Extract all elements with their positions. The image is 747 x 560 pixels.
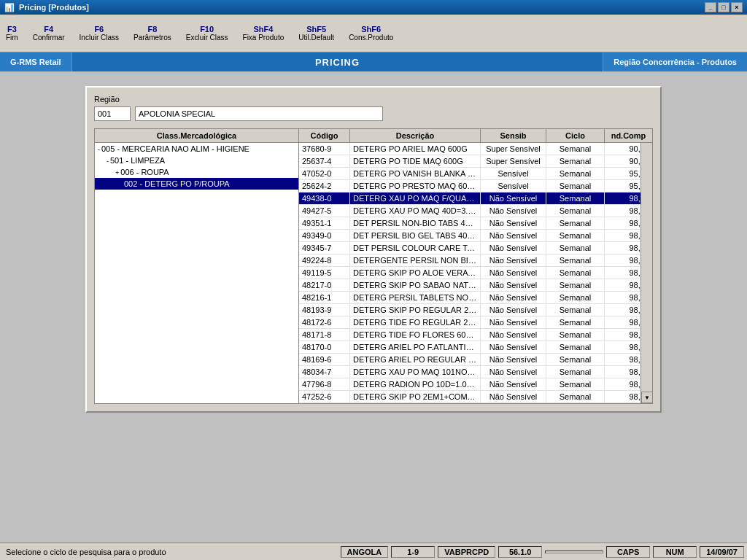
region-label: Região [94, 95, 653, 104]
cell-code: 49345-7 [299, 242, 350, 254]
tree-item-2[interactable]: +006 - ROUPA [95, 166, 298, 178]
cell-sensib: Não Sensível [481, 217, 546, 229]
cell-ciclo: Semanal [546, 354, 605, 365]
cell-code: 48169-6 [299, 354, 350, 365]
table-row[interactable]: 47052-0 DETERG PO VANISH BLANKA WHITE 60… [299, 168, 652, 180]
nav-left[interactable]: G-RMS Retail [0, 52, 72, 71]
table-row[interactable]: 25624-2 DETERG PO PRESTO MAQ 600G Sensív… [299, 180, 652, 192]
toolbar-shf4[interactable]: ShF4 Fixa Produto [243, 25, 285, 42]
toolbar-f4[interactable]: F4 Confirmar [33, 25, 65, 42]
tree-item-1[interactable]: -501 - LIMPEZA [95, 155, 298, 166]
cell-sensib: Não Sensível [481, 279, 546, 291]
nav-bar: G-RMS Retail PRICING Região Concorrência… [0, 52, 747, 71]
cell-desc: DETERG TIDE FO FLORES 60D=4.98KG [350, 329, 481, 341]
col-header-code: Código [299, 129, 350, 142]
tree-item-0[interactable]: -005 - MERCEARIA NAO ALIM - HIGIENE [95, 143, 298, 155]
cell-desc: DETERG TIDE FO REGULAR 20D=1.9KG [350, 316, 481, 328]
cell-desc: DETERG SKIP PO SABAO NAT 50D=5.16KG [350, 279, 481, 291]
tree-item-3[interactable]: 002 - DETERG PO P/ROUPA [95, 178, 298, 190]
table-row[interactable]: 49349-0 DET PERSIL BIO GEL TABS 40UN=1.2… [299, 230, 652, 242]
toolbar-f6[interactable]: F6 Incluir Class [80, 25, 119, 42]
cell-ciclo: Semanal [546, 329, 605, 341]
col-header-sensib: Sensib [481, 129, 546, 142]
cell-sensib: Não Sensível [481, 242, 546, 254]
table-row[interactable]: 47252-6 DETERG SKIP PO 2EM1+COMFORT 35D=… [299, 391, 652, 403]
table-row[interactable]: 49427-5 DETERG XAU PO MAQ 40D=3.736KG+4D… [299, 205, 652, 217]
cell-sensib: Não Sensível [481, 205, 546, 217]
table-row[interactable]: 48216-1 DETERG PERSIL TABLETS NON-BIO 12… [299, 292, 652, 304]
cell-desc: DETERGENTE PERSIL NON BIO PO 1KG [350, 254, 481, 266]
cell-sensib: Não Sensível [481, 341, 546, 353]
title-bar-text: Pricing [Produtos] [19, 3, 89, 12]
cell-ciclo: Semanal [546, 292, 605, 303]
cell-code: 37680-9 [299, 143, 350, 155]
cell-ciclo: Semanal [546, 304, 605, 316]
cell-sensib: Sensível [481, 168, 546, 179]
col-header-desc: Descrição [350, 129, 481, 142]
maximize-button[interactable]: □ [718, 2, 729, 12]
table-row[interactable]: 48170-0 DETERG ARIEL PO F.ATLANTICA 50D=… [299, 341, 652, 354]
table-row[interactable]: 48034-7 DETERG XAU PO MAQ 101NODOASM60D=… [299, 366, 652, 378]
cell-code: 47052-0 [299, 168, 350, 179]
cell-code: 49349-0 [299, 230, 350, 241]
cell-ciclo: Semanal [546, 254, 605, 266]
cell-desc: DETERG PO PRESTO MAQ 600G [350, 180, 481, 192]
table-row[interactable]: 49119-5 DETERG SKIP PO ALOE VERA 40D=4KG… [299, 267, 652, 279]
tree-icon: - [98, 146, 100, 153]
cell-sensib: Não Sensível [481, 192, 546, 204]
table-row[interactable]: 49438-0 DETERG XAU PO MAQ F/QUANTO 60D=5… [299, 192, 652, 205]
scrollbar[interactable]: ▲ ▼ [640, 129, 652, 403]
status-num: NUM [653, 546, 697, 558]
cell-code: 48170-0 [299, 341, 350, 353]
cell-desc: DETERG RADION PO 10D=1.05KG [350, 378, 481, 390]
toolbar-f3[interactable]: F3 Fim [6, 25, 18, 42]
status-empty [545, 551, 603, 553]
cell-code: 48216-1 [299, 292, 350, 303]
split-pane: Class.Mercadológica -005 - MERCEARIA NAO… [94, 128, 653, 404]
table-row[interactable]: 47796-8 DETERG RADION PO 10D=1.05KG Não … [299, 378, 652, 391]
status-bar: Selecione o ciclo de pesquisa para o pro… [0, 542, 747, 560]
table-row[interactable]: 37680-9 DETERG PO ARIEL MAQ 600G Super S… [299, 143, 652, 155]
tree-item-label: 002 - DETERG PO P/ROUPA [124, 179, 230, 188]
region-code: 001 [94, 106, 131, 121]
status-message: Selecione o ciclo de pesquisa para o pro… [3, 548, 338, 556]
table-row[interactable]: 49345-7 DET PERSIL COLOUR CARE TABS 40UN… [299, 242, 652, 254]
product-rows: 37680-9 DETERG PO ARIEL MAQ 600G Super S… [299, 143, 652, 403]
cell-code: 49119-5 [299, 267, 350, 279]
table-row[interactable]: 48172-6 DETERG TIDE FO REGULAR 20D=1.9KG… [299, 316, 652, 329]
toolbar-f8[interactable]: F8 Parâmetros [133, 25, 171, 42]
scroll-down-btn[interactable]: ▼ [641, 392, 653, 403]
cell-desc: DETERG PERSIL TABLETS NON-BIO 12X38G [350, 292, 481, 303]
tree-icon: + [115, 169, 119, 176]
cell-code: 48171-8 [299, 329, 350, 341]
table-row[interactable]: 48217-0 DETERG SKIP PO SABAO NAT 50D=5.1… [299, 279, 652, 292]
cell-desc: DET PERSIL COLOUR CARE TABS 40UN=1.16l [350, 242, 481, 254]
toolbar-f10[interactable]: F10 Excluir Class [186, 25, 228, 42]
cell-code: 49427-5 [299, 205, 350, 217]
table-row[interactable]: 48171-8 DETERG TIDE FO FLORES 60D=4.98KG… [299, 329, 652, 341]
cell-desc: DETERG PO TIDE MAQ 600G [350, 155, 481, 167]
cell-ciclo: Semanal [546, 341, 605, 353]
cell-sensib: Não Sensível [481, 304, 546, 316]
cell-sensib: Sensível [481, 180, 546, 192]
cell-ciclo: Semanal [546, 316, 605, 328]
cell-sensib: Não Sensível [481, 254, 546, 266]
toolbar-shf5[interactable]: ShF5 Util.Default [298, 25, 334, 42]
cell-sensib: Não Sensível [481, 354, 546, 365]
tree-item-label: 501 - LIMPEZA [110, 156, 165, 165]
region-name: APOLONIA SPECIAL [135, 106, 383, 121]
table-row[interactable]: 49224-8 DETERGENTE PERSIL NON BIO PO 1KG… [299, 254, 652, 267]
tree-pane: Class.Mercadológica -005 - MERCEARIA NAO… [95, 129, 299, 403]
cell-ciclo: Semanal [546, 205, 605, 217]
table-row[interactable]: 25637-4 DETERG PO TIDE MAQ 600G Super Se… [299, 155, 652, 168]
toolbar: F3 Fim F4 Confirmar F6 Incluir Class F8 … [0, 15, 747, 52]
table-row[interactable]: 48193-9 DETERG SKIP PO REGULAR 25D=2.5KG… [299, 304, 652, 316]
close-button[interactable]: × [731, 2, 743, 12]
table-row[interactable]: 49351-1 DET PERSIL NON-BIO TABS 40UN=1.2… [299, 217, 652, 230]
tree-header: Class.Mercadológica [95, 129, 298, 143]
minimize-button[interactable]: _ [705, 2, 716, 12]
cell-code: 25637-4 [299, 155, 350, 167]
nav-center: PRICING [72, 57, 603, 68]
toolbar-shf6[interactable]: ShF6 Cons.Produto [349, 25, 393, 42]
table-row[interactable]: 48169-6 DETERG ARIEL PO REGULAR 20D=1.9K… [299, 354, 652, 366]
